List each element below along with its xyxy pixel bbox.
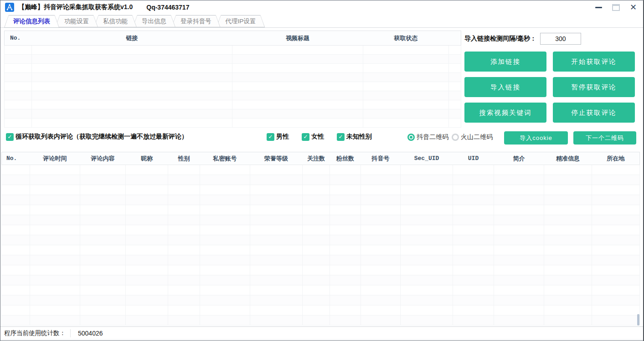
action-button-grid: 添加链接 开始获取评论 导入链接 暂停获取评论 搜索视频关键词 停止获取评论	[464, 52, 638, 123]
col-header-gender[interactable]: 性别	[168, 152, 200, 165]
col-header-comment-content[interactable]: 评论内容	[80, 152, 126, 165]
table-row[interactable]	[2, 285, 640, 295]
table-row[interactable]	[2, 275, 640, 285]
table-row[interactable]	[2, 315, 640, 326]
tab-comment-list[interactable]: 评论信息列表	[4, 15, 59, 28]
start-collect-button[interactable]: 开始获取评论	[553, 52, 635, 72]
table-row[interactable]	[2, 255, 640, 265]
minimize-button[interactable]	[595, 7, 602, 8]
import-link-button[interactable]: 导入链接	[464, 77, 546, 97]
col-header-fans-count[interactable]: 粉丝数	[330, 152, 361, 165]
male-checkbox[interactable]: ✓ 男性	[267, 133, 289, 141]
col-header-no[interactable]: No.	[5, 31, 32, 46]
link-table-header-row: No. 链接 视频标题 获取状态	[5, 31, 461, 46]
table-row[interactable]	[2, 295, 640, 305]
col-header-spacer	[449, 31, 461, 46]
table-row[interactable]	[5, 64, 461, 73]
window-controls: ✕	[595, 3, 643, 11]
table-row[interactable]	[2, 245, 640, 255]
col-header-comment-time[interactable]: 评论时间	[30, 152, 80, 165]
col-header-precise-info[interactable]: 精准信息	[544, 152, 592, 165]
table-row[interactable]	[2, 235, 640, 245]
table-row[interactable]	[5, 55, 461, 64]
interval-input[interactable]	[540, 33, 581, 45]
radio-icon	[452, 134, 459, 141]
maximize-button[interactable]	[612, 4, 620, 11]
tab-login-douyin[interactable]: 登录抖音号	[171, 15, 221, 27]
col-header-no[interactable]: No.	[2, 152, 30, 165]
comment-data-table: No. 评论时间 评论内容 昵称 性别 私密账号 荣誉等级 关注数 粉丝数 抖音…	[1, 152, 640, 326]
loop-collect-checkbox[interactable]: ✓ 循环获取列表内评论（获取完继续检测一遍不放过最新评论）	[6, 133, 188, 141]
huoshan-qr-radio[interactable]: 火山二维码	[452, 133, 493, 141]
radio-icon	[407, 134, 415, 141]
table-row[interactable]	[5, 82, 461, 91]
table-row[interactable]	[5, 73, 461, 82]
table-row[interactable]	[2, 225, 640, 235]
usage-count-value: 5004026	[78, 330, 103, 337]
add-link-button[interactable]: 添加链接	[464, 52, 546, 72]
col-header-private-account[interactable]: 私密账号	[200, 152, 250, 165]
table-row[interactable]	[2, 185, 640, 195]
tab-bar: 评论信息列表 功能设置 私信功能 导出信息 登录抖音号 代理IP设置	[0, 15, 643, 28]
col-header-status[interactable]: 获取状态	[363, 31, 449, 46]
col-header-douyin-id[interactable]: 抖音号	[361, 152, 401, 165]
tab-export-info[interactable]: 导出信息	[133, 15, 175, 27]
comment-table-header-row: No. 评论时间 评论内容 昵称 性别 私密账号 荣誉等级 关注数 粉丝数 抖音…	[2, 152, 640, 165]
col-header-nickname[interactable]: 昵称	[126, 152, 168, 165]
col-header-uid[interactable]: UID	[453, 152, 494, 165]
table-row[interactable]	[5, 119, 461, 128]
close-button[interactable]: ✕	[630, 3, 637, 11]
pause-collect-button[interactable]: 暂停获取评论	[553, 77, 635, 97]
app-window: 【巅峰】抖音评论采集抓取获客系统v1.0 Qq-374463717 ✕ 评论信息…	[0, 0, 644, 341]
control-panel: 导入链接检测间隔/毫秒： 添加链接 开始获取评论 导入链接 暂停获取评论 搜索视…	[464, 31, 638, 123]
stop-collect-button[interactable]: 停止获取评论	[553, 103, 635, 123]
filter-bar: ✓ 循环获取列表内评论（获取完继续检测一遍不放过最新评论） ✓ 男性 ✓ 女性 …	[0, 131, 643, 146]
table-row[interactable]	[2, 175, 640, 185]
title-bar: 【巅峰】抖音评论采集抓取获客系统v1.0 Qq-374463717 ✕	[0, 0, 643, 14]
qq-contact: Qq-374463717	[146, 4, 189, 11]
checkbox-icon: ✓	[337, 133, 345, 141]
table-row[interactable]	[2, 205, 640, 215]
col-header-honor-level[interactable]: 荣誉等级	[250, 152, 303, 165]
app-logo-icon	[5, 3, 14, 12]
vertical-scrollbar-thumb[interactable]	[637, 314, 639, 326]
table-row[interactable]	[2, 215, 640, 225]
video-link-table: No. 链接 视频标题 获取状态	[4, 31, 461, 128]
table-row[interactable]	[2, 195, 640, 205]
table-row[interactable]	[5, 100, 461, 109]
tab-function-settings[interactable]: 功能设置	[55, 15, 98, 27]
table-row[interactable]	[5, 109, 461, 119]
table-row[interactable]	[2, 305, 640, 315]
checkbox-icon: ✓	[6, 133, 14, 141]
usage-count-label: 程序当前使用统计数：	[4, 329, 66, 337]
checkbox-icon: ✓	[302, 133, 309, 141]
status-bar: 程序当前使用统计数： 5004026	[0, 326, 643, 340]
checkbox-icon: ✓	[267, 133, 274, 141]
unknown-gender-checkbox[interactable]: ✓ 未知性别	[337, 133, 372, 141]
col-header-video-title[interactable]: 视频标题	[232, 31, 363, 46]
col-header-sec-uid[interactable]: Sec_UID	[401, 152, 453, 165]
table-row[interactable]	[2, 265, 640, 275]
col-header-link[interactable]: 链接	[32, 31, 232, 46]
table-row[interactable]	[5, 91, 461, 100]
female-checkbox[interactable]: ✓ 女性	[302, 133, 324, 141]
col-header-bio[interactable]: 简介	[494, 152, 544, 165]
douyin-qr-radio[interactable]: 抖音二维码	[407, 133, 448, 141]
table-row[interactable]	[2, 165, 640, 175]
tab-private-message[interactable]: 私信功能	[94, 15, 137, 27]
window-title: 【巅峰】抖音评论采集抓取获客系统v1.0	[18, 3, 133, 11]
next-qr-button[interactable]: 下一个二维码	[573, 131, 636, 145]
col-header-location[interactable]: 所在地	[592, 152, 640, 165]
col-header-following-count[interactable]: 关注数	[303, 152, 330, 165]
tab-proxy-ip[interactable]: 代理IP设置	[216, 15, 265, 27]
interval-label: 导入链接检测间隔/毫秒：	[464, 35, 536, 43]
import-cookie-button[interactable]: 导入cookie	[504, 131, 568, 145]
search-keyword-button[interactable]: 搜索视频关键词	[464, 103, 546, 123]
table-row[interactable]	[5, 46, 461, 55]
status-separator	[70, 329, 71, 337]
